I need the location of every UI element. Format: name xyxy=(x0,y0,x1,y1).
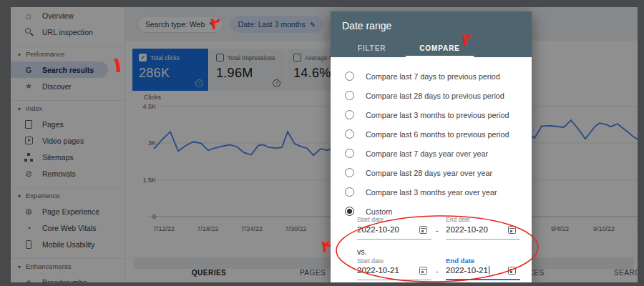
range1-end-label: End date xyxy=(446,216,470,223)
red-number-annotation-3: ۳ xyxy=(462,31,472,48)
range1-start-label: Start date xyxy=(357,216,384,223)
radio-icon[interactable] xyxy=(345,110,354,119)
text-cursor xyxy=(489,266,489,274)
radio-icon[interactable] xyxy=(345,72,354,81)
compare-option-compare-last-7-days-to-previous-period[interactable]: Compare last 7 days to previous period xyxy=(331,66,532,86)
range2-start-label: Start date xyxy=(357,257,384,265)
compare-option-compare-last-3-months-to-previous-period[interactable]: Compare last 3 months to previous period xyxy=(331,105,532,124)
compare-option-label: Compare last 3 months to previous period xyxy=(366,111,509,119)
range1-separator: - xyxy=(436,226,439,235)
range1-end-underline xyxy=(446,239,520,240)
compare-option-label: Compare last 3 months year over year xyxy=(366,188,497,197)
compare-option-compare-last-6-months-to-previous-period[interactable]: Compare last 6 months to previous period xyxy=(331,124,532,144)
compare-option-label: Compare last 28 days to previous period xyxy=(366,92,504,100)
calendar-icon[interactable] xyxy=(419,226,427,234)
compare-option-compare-last-3-months-year-over-year[interactable]: Compare last 3 months year over year xyxy=(331,182,532,202)
radio-icon[interactable] xyxy=(345,91,354,100)
dialog-tabs: FILTER COMPARE xyxy=(338,44,474,57)
compare-option-label: Custom xyxy=(366,207,392,216)
compare-option-label: Compare last 7 days year over year xyxy=(366,149,488,158)
calendar-icon[interactable] xyxy=(508,267,516,275)
radio-icon[interactable] xyxy=(345,187,354,197)
compare-option-label: Compare last 28 days year over year xyxy=(366,169,492,177)
dialog-header: Date range FILTER COMPARE xyxy=(331,11,532,57)
range1-start-underline xyxy=(357,239,431,240)
tab-filter[interactable]: FILTER xyxy=(338,44,406,57)
date-range-dialog: Date range FILTER COMPARE Compare last 7… xyxy=(331,11,532,282)
red-number-annotation-1: ۱ xyxy=(111,54,124,76)
range2-separator: - xyxy=(436,267,439,275)
compare-option-compare-last-28-days-year-over-year[interactable]: Compare last 28 days year over year xyxy=(331,163,532,182)
range2-end-label: End date xyxy=(446,257,474,265)
range2-start-input[interactable]: 2022-10-21 xyxy=(357,266,399,275)
red-number-annotation-2: ۲ xyxy=(210,16,220,32)
compare-option-compare-last-7-days-year-over-year[interactable]: Compare last 7 days year over year xyxy=(331,144,532,163)
compare-options-list: Compare last 7 days to previous periodCo… xyxy=(331,57,532,221)
calendar-icon[interactable] xyxy=(508,226,516,234)
radio-icon[interactable] xyxy=(345,149,354,158)
range2-end-input[interactable]: 2022-10-21 xyxy=(446,266,489,275)
vs-label: vs. xyxy=(357,247,366,256)
range2-end-underline-focused xyxy=(446,279,520,280)
range1-start-input[interactable]: 2022-10-20 xyxy=(357,225,399,234)
radio-icon[interactable] xyxy=(345,168,354,177)
compare-option-label: Compare last 7 days to previous period xyxy=(366,72,500,81)
search-console-window: OverviewURL inspectionPerformanceSearch … xyxy=(11,7,638,282)
calendar-icon[interactable] xyxy=(419,267,427,275)
red-number-annotation-4: ۴ xyxy=(321,239,331,255)
radio-icon[interactable] xyxy=(345,129,354,139)
range1-end-input[interactable]: 2022-10-20 xyxy=(446,225,488,234)
range2-start-underline xyxy=(357,280,431,280)
dialog-title: Date range xyxy=(331,11,532,31)
compare-option-compare-last-28-days-to-previous-period[interactable]: Compare last 28 days to previous period xyxy=(331,86,532,105)
compare-option-label: Compare last 6 months to previous period xyxy=(366,130,509,139)
radio-selected-icon[interactable] xyxy=(345,207,354,216)
